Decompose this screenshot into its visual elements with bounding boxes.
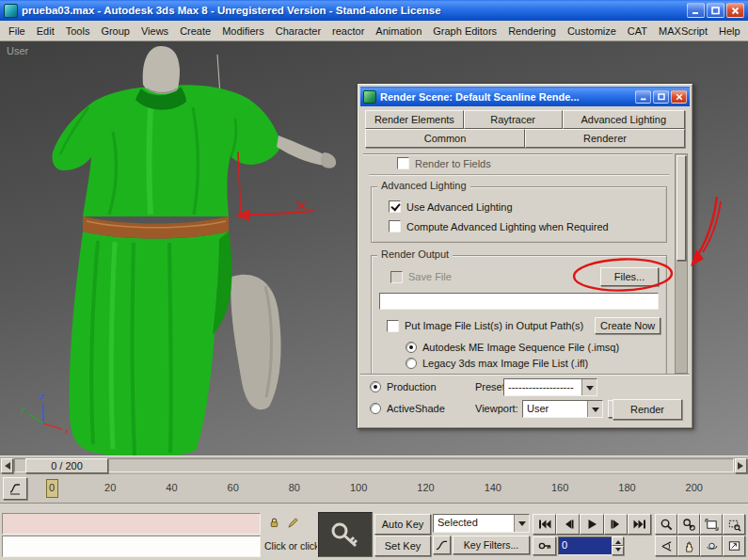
menu-views[interactable]: Views	[135, 23, 174, 40]
viewport-dropdown-arrow[interactable]	[587, 401, 602, 417]
next-frame-button[interactable]	[604, 514, 628, 535]
pan-button[interactable]	[677, 536, 700, 556]
key-icon	[326, 519, 364, 551]
menu-rendering[interactable]: Rendering	[502, 23, 562, 40]
set-keys-button[interactable]	[318, 512, 373, 557]
render-button[interactable]: Render	[613, 399, 682, 420]
key-mode-toggle-button[interactable]	[533, 536, 556, 555]
menu-graph-editors[interactable]: Graph Editors	[427, 23, 502, 40]
activeshade-radio[interactable]	[370, 403, 381, 414]
render-to-fields-checkbox[interactable]	[397, 157, 409, 169]
put-image-list-checkbox[interactable]	[387, 320, 399, 332]
maximize-icon	[658, 93, 665, 101]
window-titlebar[interactable]: prueba03.max - Autodesk 3ds Max 8 - Unre…	[0, 0, 748, 21]
save-file-checkbox[interactable]	[390, 271, 403, 283]
status-prompt: Click or click	[264, 540, 317, 555]
menu-cat[interactable]: CAT	[622, 23, 653, 40]
menu-edit[interactable]: Edit	[31, 23, 60, 40]
time-slider-button[interactable]: 0 / 200	[25, 458, 108, 473]
production-radio[interactable]	[370, 381, 381, 392]
tab-raytracer[interactable]: Raytracer	[464, 110, 563, 129]
activeshade-row: ActiveShade Viewport: User Render	[368, 400, 682, 420]
keyable-filter-arrow[interactable]	[514, 515, 529, 532]
close-button[interactable]	[726, 3, 744, 18]
menu-reactor[interactable]: reactor	[326, 23, 370, 40]
zoom-all-button[interactable]	[677, 514, 700, 535]
frame-spinner-down[interactable]	[612, 546, 624, 555]
maxscript-listener-box[interactable]	[2, 536, 261, 557]
dialog-scrollbar-thumb[interactable]	[676, 155, 686, 261]
fov-button[interactable]	[655, 536, 677, 556]
keyable-filter-value: Selected	[434, 515, 514, 532]
files-button[interactable]: Files...	[600, 267, 659, 286]
frame-number-value[interactable]: 0	[558, 536, 612, 555]
play-button[interactable]	[580, 514, 604, 535]
viewport-dropdown-value: User	[523, 401, 587, 417]
minmax-toggle-button[interactable]	[723, 536, 745, 556]
time-slider-prev-arrow[interactable]	[1, 458, 13, 473]
tab-common[interactable]: Common	[365, 129, 525, 148]
autodesk-me-label: Autodesk ME Image Sequence File (.imsq)	[422, 342, 619, 353]
menu-maxscript[interactable]: MAXScript	[653, 23, 713, 40]
viewport-dropdown[interactable]: User	[522, 400, 603, 418]
legacy-ifl-radio[interactable]	[406, 358, 417, 369]
selection-lock-button[interactable]	[265, 515, 282, 531]
menu-modifiers[interactable]: Modifiers	[216, 23, 270, 40]
abs-offset-mode-button[interactable]	[285, 515, 300, 531]
goto-end-button[interactable]	[628, 514, 651, 535]
menu-create[interactable]: Create	[174, 23, 216, 40]
maximize-button[interactable]	[707, 3, 724, 18]
create-now-button[interactable]: Create Now	[595, 317, 660, 334]
use-advanced-lighting-checkbox[interactable]	[389, 200, 401, 213]
menu-help[interactable]: Help	[713, 23, 746, 40]
keyable-filter-dropdown[interactable]: Selected	[433, 514, 530, 533]
menu-customize[interactable]: Customize	[562, 23, 622, 40]
set-key-button[interactable]: Set Key	[374, 536, 431, 556]
dialog-close-button[interactable]	[671, 90, 687, 104]
default-tangent-button[interactable]	[433, 536, 451, 554]
menu-animation[interactable]: Animation	[370, 23, 427, 40]
tab-render-elements[interactable]: Render Elements	[365, 110, 464, 129]
close-icon	[676, 93, 683, 101]
put-image-list-label: Put Image File List(s) in Output Path(s)	[405, 320, 583, 331]
dialog-minimize-button[interactable]	[635, 90, 651, 104]
menu-tools[interactable]: Tools	[60, 23, 96, 40]
production-row: Production Preset: -------------------	[368, 378, 682, 398]
minimize-button[interactable]	[687, 3, 705, 18]
close-icon	[731, 7, 740, 15]
output-path-input[interactable]	[379, 293, 659, 310]
frame-spinner-up[interactable]	[612, 536, 624, 546]
preset-dropdown-arrow[interactable]	[581, 379, 597, 395]
compute-advanced-lighting-checkbox[interactable]	[389, 220, 401, 232]
frame-number-field[interactable]: 0	[558, 536, 624, 555]
tab-renderer[interactable]: Renderer	[525, 129, 685, 148]
render-scene-icon	[363, 90, 376, 104]
tab-advanced-lighting[interactable]: Advanced Lighting	[563, 110, 685, 129]
render-output-group-title: Render Output	[377, 248, 453, 260]
autodesk-me-radio[interactable]	[406, 342, 417, 353]
menu-group[interactable]: Group	[95, 23, 135, 40]
track-bar[interactable]: 0 20 40 60 80 100 120 140 160 180 200	[0, 474, 748, 504]
menu-character[interactable]: Character	[270, 23, 326, 40]
time-slider-track[interactable]	[14, 458, 734, 472]
dialog-tab-row-1: Render Elements Raytracer Advanced Light…	[365, 110, 685, 129]
key-filters-button[interactable]: Key Filters...	[453, 536, 530, 554]
zoom-region-button[interactable]	[723, 514, 745, 535]
zoom-button[interactable]	[655, 514, 677, 535]
preset-dropdown[interactable]: -------------------	[503, 378, 597, 396]
prev-frame-button[interactable]	[556, 514, 580, 535]
macro-recorder-box[interactable]	[2, 513, 261, 535]
maximize-icon	[711, 7, 720, 15]
zoom-extents-button[interactable]	[700, 514, 723, 535]
time-slider-next-arrow[interactable]	[735, 458, 747, 473]
neck-mesh[interactable]	[143, 46, 180, 94]
auto-key-button[interactable]: Auto Key	[374, 514, 431, 535]
dialog-titlebar[interactable]: Render Scene: Default Scanline Rende...	[360, 87, 690, 106]
open-mini-curve-editor-button[interactable]	[3, 477, 27, 500]
menu-file[interactable]: File	[3, 23, 31, 40]
orbit-button[interactable]	[700, 536, 723, 556]
dialog-maximize-button[interactable]	[653, 90, 669, 104]
leg-mesh[interactable]	[231, 275, 280, 409]
dialog-scrollbar[interactable]	[675, 153, 688, 374]
goto-start-button[interactable]	[533, 514, 556, 535]
